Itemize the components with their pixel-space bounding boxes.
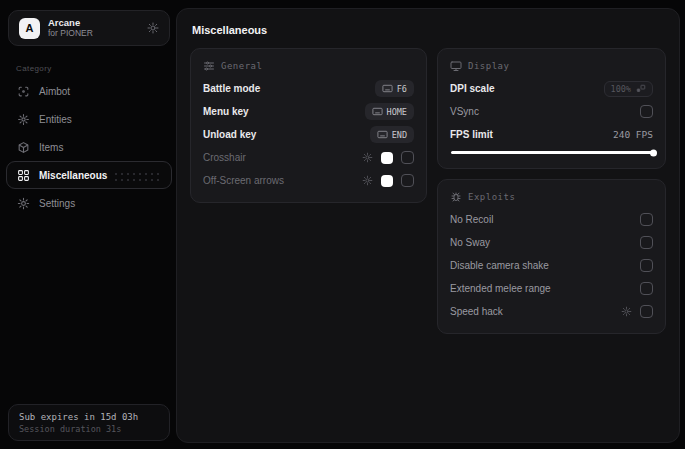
setting-row-offscreen-arrows: Off-Screen arrows (203, 169, 414, 192)
sidebar-item-label: Items (39, 142, 63, 153)
setting-label: VSync (450, 106, 479, 117)
app-name: Arcane (48, 18, 139, 29)
setting-row-speed-hack: Speed hack (450, 300, 653, 323)
keybind-value: END (392, 130, 407, 140)
setting-row-battle-mode: Battle mode F6 (203, 77, 414, 100)
setting-label: Unload key (203, 129, 256, 140)
sidebar-item-label: Miscellaneous (39, 170, 107, 181)
setting-row-extended-melee-range: Extended melee range (450, 277, 653, 300)
main-panel: Miscellaneous General Battle mode (176, 8, 680, 443)
sub-expires-text: Sub expires in 15d 03h (19, 412, 159, 422)
session-duration-text: Session duration 31s (19, 424, 159, 434)
disable-camera-shake-checkbox[interactable] (640, 259, 653, 272)
keybind-badge[interactable]: HOME (365, 103, 414, 120)
package-icon (17, 141, 30, 154)
category-label: Category (16, 64, 178, 73)
display-card: Display DPI scale 100% VSync (437, 48, 666, 169)
keybind-badge[interactable]: F6 (375, 80, 414, 97)
scaling-icon (636, 84, 646, 94)
extended-melee-range-checkbox[interactable] (640, 282, 653, 295)
keybind-badge[interactable]: END (370, 126, 414, 143)
speed-hack-checkbox[interactable] (640, 305, 653, 318)
card-title: Exploits (468, 192, 515, 202)
sliders-icon (203, 60, 215, 72)
keybind-value: HOME (387, 107, 407, 117)
setting-label: FPS limit (450, 129, 493, 140)
gear-icon[interactable] (147, 22, 159, 34)
setting-label: DPI scale (450, 83, 494, 94)
subscription-card: Sub expires in 15d 03h Session duration … (8, 404, 170, 441)
setting-row-disable-camera-shake: Disable camera shake (450, 254, 653, 277)
exploits-card: Exploits No Recoil No Sway Disable camer… (437, 179, 666, 334)
sidebar-item-settings[interactable]: Settings (6, 189, 172, 217)
fps-limit-value: 240 FPS (613, 129, 653, 140)
dpi-scale-badge[interactable]: 100% (604, 81, 653, 97)
setting-row-menu-key: Menu key HOME (203, 100, 414, 123)
sidebar: A Arcane for PIONER Category Aimbot (0, 0, 178, 449)
slider-knob[interactable] (650, 149, 657, 156)
grid-icon (17, 169, 30, 182)
setting-row-no-recoil: No Recoil (450, 208, 653, 231)
keyboard-icon (377, 129, 388, 140)
gear-icon[interactable] (362, 152, 373, 163)
crosshair-checkbox[interactable] (401, 151, 414, 164)
gear-icon (17, 197, 30, 210)
page-title: Miscellaneous (192, 24, 666, 36)
setting-label: Battle mode (203, 83, 260, 94)
app-logo: A (19, 18, 40, 39)
entities-icon (17, 113, 30, 126)
general-card: General Battle mode F6 Menu key (190, 48, 427, 203)
color-swatch[interactable] (381, 152, 393, 164)
gear-icon[interactable] (621, 306, 632, 317)
setting-label: Disable camera shake (450, 260, 549, 271)
card-title: Display (468, 61, 509, 71)
sidebar-item-label: Settings (39, 198, 75, 209)
setting-row-unload-key: Unload key END (203, 123, 414, 146)
app-window: A Arcane for PIONER Category Aimbot (0, 0, 685, 449)
setting-row-crosshair: Crosshair (203, 146, 414, 169)
keyboard-icon (372, 106, 383, 117)
setting-row-vsync: VSync (450, 100, 653, 123)
setting-row-dpi-scale: DPI scale 100% (450, 77, 653, 100)
no-sway-checkbox[interactable] (640, 236, 653, 249)
app-subtitle: for PIONER (48, 29, 139, 39)
bug-icon (450, 191, 462, 203)
dots-decoration (113, 171, 161, 182)
setting-label: No Recoil (450, 214, 493, 225)
setting-row-fps-limit: FPS limit 240 FPS (450, 123, 653, 146)
gear-icon[interactable] (362, 175, 373, 186)
sidebar-nav: Aimbot Entities Items Miscellaneous (0, 77, 178, 217)
sidebar-item-label: Aimbot (39, 86, 70, 97)
keyboard-icon (382, 83, 393, 94)
brand-card: A Arcane for PIONER (8, 10, 170, 46)
setting-label: Speed hack (450, 306, 503, 317)
setting-label: Crosshair (203, 152, 246, 163)
vsync-checkbox[interactable] (640, 105, 653, 118)
sidebar-item-miscellaneous[interactable]: Miscellaneous (6, 161, 172, 189)
keybind-value: F6 (397, 84, 407, 94)
setting-label: Menu key (203, 106, 249, 117)
color-swatch[interactable] (381, 175, 393, 187)
sidebar-item-aimbot[interactable]: Aimbot (6, 77, 172, 105)
dpi-scale-value: 100% (611, 84, 631, 94)
setting-label: Extended melee range (450, 283, 551, 294)
monitor-icon (450, 60, 462, 72)
fps-limit-slider[interactable] (451, 151, 654, 154)
scan-icon (17, 85, 30, 98)
no-recoil-checkbox[interactable] (640, 213, 653, 226)
sidebar-item-items[interactable]: Items (6, 133, 172, 161)
card-title: General (221, 61, 262, 71)
setting-label: No Sway (450, 237, 490, 248)
offscreen-arrows-checkbox[interactable] (401, 174, 414, 187)
sidebar-item-entities[interactable]: Entities (6, 105, 172, 133)
setting-label: Off-Screen arrows (203, 175, 284, 186)
sidebar-item-label: Entities (39, 114, 72, 125)
setting-row-no-sway: No Sway (450, 231, 653, 254)
